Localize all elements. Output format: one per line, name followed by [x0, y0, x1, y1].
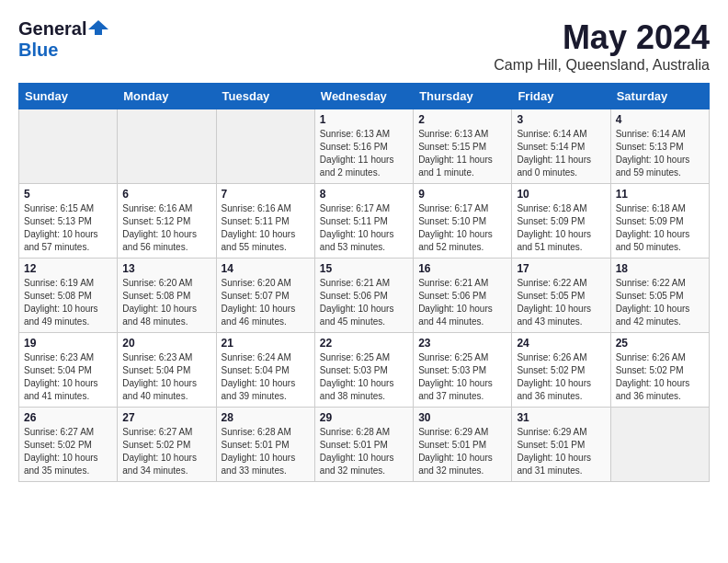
day-number: 6: [122, 188, 210, 201]
calendar-cell: 30Sunrise: 6:29 AMSunset: 5:01 PMDayligh…: [414, 408, 512, 482]
weekday-header-tuesday: Tuesday: [216, 84, 314, 109]
day-number: 29: [320, 411, 408, 424]
day-info: Sunrise: 6:23 AMSunset: 5:04 PMDaylight:…: [122, 351, 210, 403]
calendar-cell: 22Sunrise: 6:25 AMSunset: 5:03 PMDayligh…: [314, 333, 413, 408]
calendar-cell: 4Sunrise: 6:14 AMSunset: 5:13 PMDaylight…: [610, 109, 709, 184]
day-info: Sunrise: 6:25 AMSunset: 5:03 PMDaylight:…: [320, 351, 408, 403]
day-number: 26: [24, 411, 112, 424]
day-info: Sunrise: 6:18 AMSunset: 5:09 PMDaylight:…: [616, 202, 704, 254]
weekday-header-monday: Monday: [118, 84, 216, 109]
day-info: Sunrise: 6:14 AMSunset: 5:14 PMDaylight:…: [517, 128, 605, 179]
day-number: 27: [122, 411, 210, 424]
calendar-cell: 13Sunrise: 6:20 AMSunset: 5:08 PMDayligh…: [118, 259, 216, 333]
day-number: 23: [418, 337, 506, 350]
day-number: 4: [616, 113, 704, 126]
calendar-cell: [19, 109, 118, 184]
day-number: 11: [616, 188, 704, 201]
day-number: 8: [320, 188, 408, 201]
logo: General Blue: [18, 18, 108, 61]
day-number: 2: [418, 113, 506, 126]
day-number: 21: [222, 337, 310, 350]
day-info: Sunrise: 6:16 AMSunset: 5:12 PMDaylight:…: [122, 202, 210, 254]
weekday-header-friday: Friday: [512, 84, 610, 109]
calendar-cell: 8Sunrise: 6:17 AMSunset: 5:11 PMDaylight…: [314, 184, 413, 259]
day-info: Sunrise: 6:13 AMSunset: 5:16 PMDaylight:…: [320, 128, 408, 179]
calendar-cell: 16Sunrise: 6:21 AMSunset: 5:06 PMDayligh…: [414, 259, 512, 333]
day-info: Sunrise: 6:22 AMSunset: 5:05 PMDaylight:…: [616, 277, 704, 328]
day-info: Sunrise: 6:25 AMSunset: 5:03 PMDaylight:…: [418, 351, 506, 403]
day-number: 5: [24, 188, 112, 201]
day-number: 22: [320, 337, 408, 350]
calendar-cell: 5Sunrise: 6:15 AMSunset: 5:13 PMDaylight…: [19, 184, 118, 259]
calendar-cell: 9Sunrise: 6:17 AMSunset: 5:10 PMDaylight…: [414, 184, 512, 259]
weekday-header-sunday: Sunday: [19, 84, 118, 109]
day-number: 24: [517, 337, 605, 350]
calendar-cell: 19Sunrise: 6:23 AMSunset: 5:04 PMDayligh…: [19, 333, 118, 408]
calendar-cell: 31Sunrise: 6:29 AMSunset: 5:01 PMDayligh…: [512, 408, 610, 482]
day-info: Sunrise: 6:18 AMSunset: 5:09 PMDaylight:…: [517, 202, 605, 254]
day-info: Sunrise: 6:13 AMSunset: 5:15 PMDaylight:…: [418, 128, 506, 179]
day-number: 10: [517, 188, 605, 201]
day-info: Sunrise: 6:22 AMSunset: 5:05 PMDaylight:…: [517, 277, 605, 328]
calendar-cell: 18Sunrise: 6:22 AMSunset: 5:05 PMDayligh…: [610, 259, 709, 333]
day-number: 19: [24, 337, 112, 350]
calendar-cell: 1Sunrise: 6:13 AMSunset: 5:16 PMDaylight…: [314, 109, 413, 184]
day-number: 31: [517, 411, 605, 424]
day-number: 9: [418, 188, 506, 201]
calendar-cell: 15Sunrise: 6:21 AMSunset: 5:06 PMDayligh…: [314, 259, 413, 333]
day-number: 30: [418, 411, 506, 424]
day-info: Sunrise: 6:26 AMSunset: 5:02 PMDaylight:…: [517, 351, 605, 403]
day-info: Sunrise: 6:20 AMSunset: 5:07 PMDaylight:…: [222, 277, 310, 328]
day-info: Sunrise: 6:17 AMSunset: 5:11 PMDaylight:…: [320, 202, 408, 254]
day-info: Sunrise: 6:21 AMSunset: 5:06 PMDaylight:…: [320, 277, 408, 328]
calendar-cell: 10Sunrise: 6:18 AMSunset: 5:09 PMDayligh…: [512, 184, 610, 259]
logo-blue-text: Blue: [18, 40, 58, 61]
logo-bird-icon: [88, 18, 108, 37]
day-number: 20: [122, 337, 210, 350]
calendar-cell: 26Sunrise: 6:27 AMSunset: 5:02 PMDayligh…: [19, 408, 118, 482]
calendar-cell: 25Sunrise: 6:26 AMSunset: 5:02 PMDayligh…: [610, 333, 709, 408]
day-number: 25: [616, 337, 704, 350]
day-info: Sunrise: 6:28 AMSunset: 5:01 PMDaylight:…: [222, 426, 310, 477]
day-number: 12: [24, 262, 112, 275]
day-info: Sunrise: 6:19 AMSunset: 5:08 PMDaylight:…: [24, 277, 112, 328]
calendar-cell: 2Sunrise: 6:13 AMSunset: 5:15 PMDaylight…: [414, 109, 512, 184]
calendar-cell: 11Sunrise: 6:18 AMSunset: 5:09 PMDayligh…: [610, 184, 709, 259]
svg-marker-0: [88, 20, 108, 35]
calendar-week-row: 26Sunrise: 6:27 AMSunset: 5:02 PMDayligh…: [19, 408, 710, 482]
calendar-cell: 28Sunrise: 6:28 AMSunset: 5:01 PMDayligh…: [216, 408, 314, 482]
calendar-cell: 3Sunrise: 6:14 AMSunset: 5:14 PMDaylight…: [512, 109, 610, 184]
calendar-cell: 14Sunrise: 6:20 AMSunset: 5:07 PMDayligh…: [216, 259, 314, 333]
day-number: 16: [418, 262, 506, 275]
calendar-cell: 27Sunrise: 6:27 AMSunset: 5:02 PMDayligh…: [118, 408, 216, 482]
day-info: Sunrise: 6:27 AMSunset: 5:02 PMDaylight:…: [122, 426, 210, 477]
day-number: 3: [517, 113, 605, 126]
calendar-cell: [118, 109, 216, 184]
day-info: Sunrise: 6:23 AMSunset: 5:04 PMDaylight:…: [24, 351, 112, 403]
calendar-cell: [216, 109, 314, 184]
calendar-week-row: 19Sunrise: 6:23 AMSunset: 5:04 PMDayligh…: [19, 333, 710, 408]
day-info: Sunrise: 6:26 AMSunset: 5:02 PMDaylight:…: [616, 351, 704, 403]
calendar-cell: 6Sunrise: 6:16 AMSunset: 5:12 PMDaylight…: [118, 184, 216, 259]
calendar-cell: 20Sunrise: 6:23 AMSunset: 5:04 PMDayligh…: [118, 333, 216, 408]
calendar-cell: 12Sunrise: 6:19 AMSunset: 5:08 PMDayligh…: [19, 259, 118, 333]
weekday-header-row: SundayMondayTuesdayWednesdayThursdayFrid…: [19, 84, 710, 109]
weekday-header-saturday: Saturday: [610, 84, 709, 109]
logo-general-text: General: [18, 18, 86, 40]
calendar-table: SundayMondayTuesdayWednesdayThursdayFrid…: [18, 83, 710, 482]
calendar-cell: 7Sunrise: 6:16 AMSunset: 5:11 PMDaylight…: [216, 184, 314, 259]
day-number: 15: [320, 262, 408, 275]
day-number: 13: [122, 262, 210, 275]
day-number: 18: [616, 262, 704, 275]
day-info: Sunrise: 6:29 AMSunset: 5:01 PMDaylight:…: [517, 426, 605, 477]
page-header: General Blue May 2024 Camp Hill, Queensl…: [18, 18, 710, 74]
calendar-cell: [610, 408, 709, 482]
day-info: Sunrise: 6:27 AMSunset: 5:02 PMDaylight:…: [24, 426, 112, 477]
day-info: Sunrise: 6:15 AMSunset: 5:13 PMDaylight:…: [24, 202, 112, 254]
calendar-cell: 17Sunrise: 6:22 AMSunset: 5:05 PMDayligh…: [512, 259, 610, 333]
day-number: 17: [517, 262, 605, 275]
calendar-cell: 29Sunrise: 6:28 AMSunset: 5:01 PMDayligh…: [314, 408, 413, 482]
day-info: Sunrise: 6:28 AMSunset: 5:01 PMDaylight:…: [320, 426, 408, 477]
day-info: Sunrise: 6:20 AMSunset: 5:08 PMDaylight:…: [122, 277, 210, 328]
day-number: 28: [222, 411, 310, 424]
